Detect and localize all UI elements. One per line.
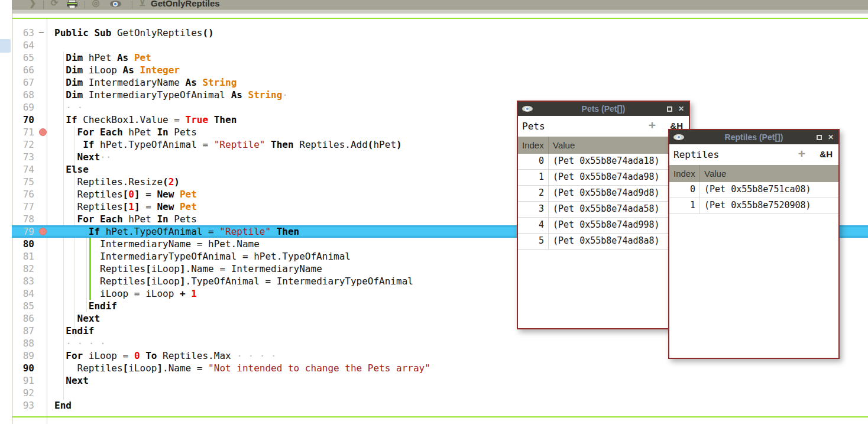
- close-icon[interactable]: ✕: [678, 105, 684, 112]
- table-row[interactable]: 1(Pet 0x55b8e7520908): [669, 198, 838, 214]
- left-panel-tab[interactable]: [0, 39, 11, 53]
- gutter-cell[interactable]: [37, 263, 49, 275]
- line-number[interactable]: 63: [12, 27, 37, 39]
- line-number[interactable]: 66: [12, 64, 37, 76]
- table-row[interactable]: 0(Pet 0x55b8e751ca08): [669, 182, 838, 198]
- close-icon[interactable]: ✕: [828, 134, 834, 141]
- line-number[interactable]: 65: [12, 51, 37, 64]
- eye-icon[interactable]: [108, 0, 122, 9]
- gutter-cell[interactable]: [37, 138, 49, 151]
- code-line[interactable]: 92: [12, 387, 868, 399]
- watch-window-pets[interactable]: Pets (Pet[]) ✕ Pets + &H Index Value 0(P…: [517, 101, 690, 329]
- code-line[interactable]: 64: [12, 39, 868, 51]
- line-number[interactable]: 93: [12, 399, 37, 412]
- window-titlebar[interactable]: Reptiles (Pet[]) ✕: [669, 130, 838, 144]
- line-number[interactable]: 76: [12, 188, 37, 200]
- gutter-cell[interactable]: [37, 238, 49, 250]
- line-number[interactable]: 77: [12, 200, 37, 213]
- gutter-cell[interactable]: [37, 176, 49, 188]
- code-line[interactable]: 65 Dim hPet As Pet: [12, 51, 868, 64]
- gutter-cell[interactable]: [37, 325, 49, 337]
- table-row[interactable]: 1(Pet 0x55b8e74ada98): [518, 170, 689, 186]
- table-row[interactable]: 3(Pet 0x55b8e74ada58): [518, 202, 689, 218]
- code-line[interactable]: 93End: [12, 399, 868, 412]
- line-number[interactable]: 90: [12, 362, 37, 374]
- cell-index[interactable]: 4: [518, 218, 549, 233]
- gutter-cell[interactable]: [37, 114, 49, 126]
- record-circle-icon[interactable]: ◎: [90, 0, 102, 9]
- gutter-cell[interactable]: [37, 39, 49, 51]
- scroll-bottom-icon[interactable]: ⊻: [137, 0, 148, 9]
- breakpoint-gutter[interactable]: [37, 225, 49, 238]
- cell-index[interactable]: 5: [518, 234, 549, 249]
- line-number[interactable]: 84: [12, 287, 37, 300]
- gutter-cell[interactable]: [37, 374, 49, 387]
- code-line[interactable]: 66 Dim iLoop As Integer: [12, 64, 868, 76]
- table-row[interactable]: 5(Pet 0x55b8e74ad8a8): [518, 234, 689, 250]
- line-number[interactable]: 86: [12, 312, 37, 325]
- forward-icon[interactable]: ❯: [27, 0, 38, 9]
- table-row[interactable]: 2(Pet 0x55b8e74ad9d8): [518, 186, 689, 202]
- line-number[interactable]: 78: [12, 213, 37, 225]
- code-line[interactable]: 68 Dim IntermediaryTypeOfAnimal As Strin…: [12, 89, 868, 101]
- expression-row[interactable]: Reptiles + &H: [669, 144, 838, 165]
- gutter-cell[interactable]: [37, 349, 49, 362]
- gutter-cell[interactable]: [37, 300, 49, 312]
- gutter-cell[interactable]: [37, 250, 49, 263]
- code-line[interactable]: 70 If CheckBox1.Value = True Then: [12, 114, 868, 126]
- cell-value[interactable]: (Pet 0x55b8e7520908): [700, 198, 811, 213]
- gutter-cell[interactable]: [37, 287, 49, 300]
- line-number[interactable]: 71: [12, 126, 37, 138]
- cell-index[interactable]: 2: [518, 186, 549, 201]
- line-number[interactable]: 83: [12, 275, 37, 287]
- cell-index[interactable]: 3: [518, 202, 549, 217]
- gutter-cell[interactable]: [37, 312, 49, 325]
- cell-value[interactable]: (Pet 0x55b8e74ad998): [549, 218, 660, 233]
- expression-input[interactable]: Reptiles: [673, 149, 719, 160]
- cell-index[interactable]: 0: [669, 182, 700, 198]
- breakpoint-gutter[interactable]: [37, 126, 49, 138]
- gutter-cell[interactable]: [37, 213, 49, 225]
- fold-icon[interactable]: −: [38, 27, 44, 38]
- gutter-cell[interactable]: [37, 64, 49, 76]
- cell-value[interactable]: (Pet 0x55b8e751ca08): [700, 182, 811, 198]
- gutter-cell[interactable]: [37, 399, 49, 412]
- cell-value[interactable]: (Pet 0x55b8e74ada98): [549, 170, 660, 185]
- add-expression-button[interactable]: +: [649, 118, 656, 132]
- line-number[interactable]: 89: [12, 349, 37, 362]
- code-line[interactable]: 67 Dim IntermediaryName As String: [12, 76, 868, 89]
- code-line[interactable]: 69 · ·: [12, 101, 868, 114]
- line-number[interactable]: 80: [12, 238, 37, 250]
- gutter-cell[interactable]: [37, 337, 49, 349]
- line-number[interactable]: 74: [12, 163, 37, 176]
- gutter-cell[interactable]: [37, 362, 49, 374]
- code-line[interactable]: 91 Next: [12, 374, 868, 387]
- window-titlebar[interactable]: Pets (Pet[]) ✕: [518, 102, 689, 116]
- gutter-cell[interactable]: [37, 76, 49, 89]
- line-number[interactable]: 72: [12, 138, 37, 151]
- cell-index[interactable]: 0: [518, 154, 549, 169]
- table-row[interactable]: 0(Pet 0x55b8e74ada18): [518, 154, 689, 170]
- line-number[interactable]: 69: [12, 101, 37, 114]
- line-number[interactable]: 85: [12, 300, 37, 312]
- gutter-cell[interactable]: [37, 151, 49, 163]
- line-number[interactable]: 73: [12, 151, 37, 163]
- add-expression-button[interactable]: +: [798, 147, 805, 161]
- refresh-icon[interactable]: ⟳: [48, 0, 60, 9]
- line-number[interactable]: 64: [12, 39, 37, 51]
- expression-row[interactable]: Pets + &H: [518, 116, 689, 137]
- line-number[interactable]: 87: [12, 325, 37, 337]
- line-number[interactable]: 81: [12, 250, 37, 263]
- line-number[interactable]: 82: [12, 263, 37, 275]
- cell-index[interactable]: 1: [518, 170, 549, 185]
- line-number[interactable]: 92: [12, 387, 37, 399]
- cell-value[interactable]: (Pet 0x55b8e74ad9d8): [549, 186, 660, 201]
- gutter-cell[interactable]: [37, 387, 49, 399]
- line-number[interactable]: 68: [12, 89, 37, 101]
- gutter-cell[interactable]: [37, 89, 49, 101]
- gutter-cell[interactable]: [37, 275, 49, 287]
- line-number[interactable]: 70: [12, 114, 37, 126]
- table-row[interactable]: 4(Pet 0x55b8e74ad998): [518, 218, 689, 234]
- line-number[interactable]: 88: [12, 337, 37, 349]
- printer-icon[interactable]: [65, 0, 79, 9]
